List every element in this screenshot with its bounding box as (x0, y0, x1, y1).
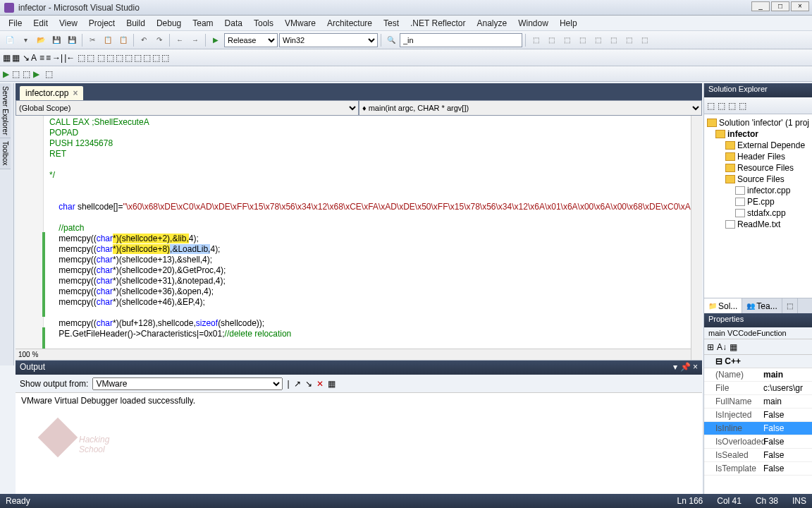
tb2-c[interactable]: ↘ (23, 53, 30, 63)
output-body[interactable]: VMware Virtual Debugger loaded successfu… (16, 393, 702, 494)
tb2-l[interactable]: ⬚ (143, 53, 151, 63)
paste-icon[interactable]: 📋 (116, 33, 130, 47)
output-source-select[interactable]: VMware (92, 377, 283, 390)
tab-other[interactable]: ⬚ (782, 298, 798, 313)
tb-icon-e[interactable]: ⬚ (591, 33, 605, 47)
menu-help[interactable]: Help (554, 17, 583, 30)
outdent-icon[interactable]: |← (64, 53, 75, 63)
menu-build[interactable]: Build (121, 17, 151, 30)
start-icon[interactable]: ▶ (209, 33, 223, 47)
tb2-d[interactable]: A (31, 53, 37, 63)
props-cat-icon[interactable]: ⊞ (707, 342, 714, 352)
tab-solution[interactable]: 📁 Sol... (704, 298, 742, 313)
save-all-icon[interactable]: 💾 (65, 33, 79, 47)
menu-team[interactable]: Team (187, 17, 219, 30)
resource-files[interactable]: Resource Files (737, 163, 794, 173)
config-select[interactable]: Release (224, 33, 278, 47)
tab-infector[interactable]: infector.cpp × (20, 86, 83, 100)
code-editor[interactable]: CALL EAX ;ShellExecuteA POPAD PUSH 12345… (16, 116, 702, 360)
sol-tb-b[interactable]: ⬚ (718, 101, 725, 111)
scope-left[interactable]: (Global Scope) (16, 100, 359, 116)
out-tb-b[interactable]: ↗ (294, 379, 301, 389)
file-readme[interactable]: ReadMe.txt (737, 219, 780, 229)
props-category[interactable]: ⊟ C++ (704, 355, 812, 368)
comment-icon[interactable]: ≡ (39, 53, 44, 63)
tb2-k[interactable]: ⬚ (134, 53, 142, 63)
cut-icon[interactable]: ✂ (85, 33, 99, 47)
tb-icon-h[interactable]: ⬚ (637, 33, 651, 47)
source-files[interactable]: Source Files (737, 174, 785, 184)
tb2-a[interactable]: ▦ (3, 53, 11, 63)
menu-window[interactable]: Window (512, 17, 554, 30)
undo-icon[interactable]: ↶ (137, 33, 151, 47)
redo-icon[interactable]: ↷ (152, 33, 166, 47)
dbg-b-icon[interactable]: ⬚ (12, 69, 20, 79)
server-explorer-tab[interactable]: Server Explorer (0, 83, 11, 138)
ext-deps[interactable]: External Depende (737, 140, 805, 150)
tb-icon-b[interactable]: ⬚ (544, 33, 558, 47)
menu-reflector[interactable]: .NET Reflector (405, 17, 471, 30)
tb2-h[interactable]: ⬚ (106, 53, 114, 63)
out-clear-icon[interactable]: ✕ (316, 379, 324, 389)
maximize-button[interactable]: □ (771, 1, 789, 11)
out-tb-a[interactable]: | (287, 379, 289, 389)
tb2-m[interactable]: ⬚ (152, 53, 160, 63)
editor-vscroll[interactable] (691, 116, 702, 360)
tb2-f[interactable]: ⬚ (87, 53, 94, 63)
uncomment-icon[interactable]: ≡ (46, 53, 51, 63)
minimize-button[interactable]: _ (751, 1, 770, 11)
file-stdafx[interactable]: stdafx.cpp (747, 208, 786, 218)
menu-analyze[interactable]: Analyze (472, 17, 513, 30)
tb-icon-f[interactable]: ⬚ (606, 33, 620, 47)
menu-debug[interactable]: Debug (151, 17, 187, 30)
menu-view[interactable]: View (54, 17, 83, 30)
new-project-icon[interactable]: 📄 (3, 33, 17, 47)
props-az-icon[interactable]: A↓ (717, 342, 727, 352)
menu-project[interactable]: Project (83, 17, 121, 30)
menu-edit[interactable]: Edit (27, 17, 54, 30)
dbg-start-icon[interactable]: ▶ (3, 69, 9, 79)
tb2-b[interactable]: ▦ (12, 53, 20, 63)
close-icon[interactable]: × (73, 88, 78, 98)
menu-file[interactable]: File (3, 17, 27, 30)
copy-icon[interactable]: 📋 (101, 33, 115, 47)
nav-back-icon[interactable]: ← (173, 33, 187, 47)
solution-tree[interactable]: Solution 'infector' (1 proj infector Ext… (704, 114, 812, 298)
menu-architecture[interactable]: Architecture (321, 17, 378, 30)
sol-tb-a[interactable]: ⬚ (707, 101, 715, 111)
nav-fwd-icon[interactable]: → (188, 33, 202, 47)
tb-icon-g[interactable]: ⬚ (622, 33, 636, 47)
dbg-c-icon[interactable]: ⬚ (23, 69, 30, 79)
platform-select[interactable]: Win32 (279, 33, 378, 47)
zoom-level[interactable]: 100 % (18, 349, 38, 360)
header-files[interactable]: Header Files (737, 152, 785, 162)
scope-right[interactable]: ♦ main(int argc, CHAR * argv[]) (359, 100, 702, 116)
indent-icon[interactable]: →| (52, 53, 63, 63)
menu-test[interactable]: Test (378, 17, 405, 30)
menu-tools[interactable]: Tools (248, 17, 279, 30)
dbg-d-icon[interactable]: ▶ (33, 69, 39, 79)
close-button[interactable]: × (791, 1, 809, 11)
open-icon[interactable]: 📂 (34, 33, 48, 47)
file-pe[interactable]: PE.cpp (747, 197, 775, 207)
tb2-i[interactable]: ⬚ (116, 53, 123, 63)
tb2-n[interactable]: ⬚ (161, 53, 169, 63)
dbg-e-icon[interactable]: ⬚ (45, 69, 53, 79)
file-infector[interactable]: infector.cpp (747, 186, 790, 195)
properties-grid[interactable]: ⊟ C++ (Name)main Filec:\users\gr FullNam… (704, 355, 812, 494)
tb2-j[interactable]: ⬚ (125, 53, 133, 63)
find-input[interactable] (400, 33, 522, 47)
out-tb-e[interactable]: ▦ (328, 379, 336, 389)
properties-object[interactable]: main VCCodeFunction (704, 327, 812, 339)
tab-team[interactable]: 👥 Tea... (742, 298, 782, 313)
save-icon[interactable]: 💾 (49, 33, 63, 47)
toolbox-tab[interactable]: Toolbox (0, 138, 11, 169)
sol-tb-d[interactable]: ⬚ (739, 101, 746, 111)
menu-data[interactable]: Data (219, 17, 248, 30)
tb2-g[interactable]: ⬚ (97, 53, 105, 63)
sol-tb-c[interactable]: ⬚ (728, 101, 736, 111)
find-files-icon[interactable]: 🔍 (384, 33, 398, 47)
tb-icon-a[interactable]: ⬚ (529, 33, 543, 47)
project-node[interactable]: infector (727, 129, 758, 139)
tb-icon-c[interactable]: ⬚ (560, 33, 574, 47)
